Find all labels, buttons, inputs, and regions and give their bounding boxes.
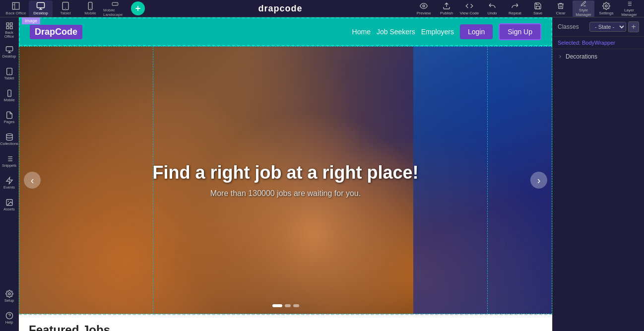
- back-office-label: Back Office: [6, 11, 26, 15]
- sidebar-item-mobile[interactable]: Mobile: [0, 85, 19, 107]
- carousel-next-button[interactable]: ›: [530, 172, 547, 189]
- sidebar-item-collections[interactable]: Collections: [0, 129, 19, 150]
- collections-label: Collections: [0, 142, 18, 146]
- featured-jobs-title: Featured Jobs: [29, 323, 542, 331]
- sidebar-item-pages[interactable]: Pages: [0, 107, 19, 129]
- classes-label: Classes: [558, 23, 579, 30]
- layer-manager-label: Layer Manager: [618, 8, 640, 17]
- device-tablet[interactable]: Tablet: [54, 0, 77, 17]
- app-title: drapcode: [258, 3, 302, 14]
- svg-point-4: [90, 8, 91, 9]
- sidebar-item-setup[interactable]: Setup: [0, 285, 19, 307]
- hero-section: ‹ Find a right job at a right place! Mor…: [19, 46, 552, 314]
- svg-point-21: [9, 73, 9, 73]
- clear-button[interactable]: Clear: [550, 0, 572, 17]
- save-button[interactable]: Save: [527, 0, 549, 17]
- right-panel: Classes - State - + Selected: BodyWrappe…: [552, 17, 644, 331]
- login-button[interactable]: Login: [460, 24, 493, 39]
- repeat-label: Repeat: [509, 11, 521, 15]
- sidebar-item-back-office[interactable]: Back Office: [0, 19, 19, 41]
- device-landscape[interactable]: Mobile Landscape: [103, 0, 127, 17]
- canvas-area[interactable]: DrapCode Image DrapCode Home Job Seekers…: [19, 17, 552, 331]
- carousel-prev-button[interactable]: ‹: [24, 172, 41, 189]
- sidebar-item-help[interactable]: Help: [0, 307, 19, 329]
- nav-link-employers[interactable]: Employers: [421, 28, 454, 36]
- sidebar-item-snippets[interactable]: Snippets: [0, 150, 19, 172]
- svg-marker-31: [6, 177, 12, 184]
- tablet-label: Tablet: [60, 11, 70, 15]
- carousel-dot-2[interactable]: [285, 304, 291, 307]
- toolbar-back-office[interactable]: Back Office: [4, 0, 28, 17]
- help-label: Help: [5, 321, 13, 325]
- selected-info: Selected: BodyWrapper: [553, 37, 644, 49]
- sidebar-item-tablet[interactable]: Tablet: [0, 63, 19, 85]
- settings-label: Settings: [599, 11, 614, 15]
- brand-container: DrapCode: [30, 25, 82, 39]
- selected-value: BodyWrapper: [582, 40, 615, 46]
- svg-rect-18: [10, 26, 12, 29]
- carousel-dot-1[interactable]: [272, 304, 282, 307]
- decorations-label: Decorations: [566, 53, 597, 60]
- sidebar-item-events[interactable]: Events: [0, 172, 19, 194]
- state-dropdown[interactable]: - State -: [589, 22, 626, 32]
- preview-navbar: DrapCode Image DrapCode Home Job Seekers…: [19, 17, 552, 46]
- decorations-item[interactable]: Decorations: [553, 49, 644, 64]
- selected-label: Selected:: [558, 40, 580, 46]
- svg-point-2: [65, 8, 66, 9]
- snippets-label: Snippets: [2, 164, 16, 168]
- state-controls: - State - +: [589, 21, 639, 32]
- svg-rect-0: [37, 2, 45, 8]
- save-label: Save: [533, 11, 542, 15]
- sidebar-item-desktop[interactable]: Desktop: [0, 41, 19, 63]
- image-label: Image: [22, 17, 40, 24]
- sidebar-item-assets[interactable]: Assets: [0, 194, 19, 216]
- hero-content: Find a right job at a right place! More …: [19, 46, 552, 314]
- nav-link-home[interactable]: Home: [352, 28, 371, 36]
- view-code-button[interactable]: View Code: [458, 0, 480, 17]
- events-label: Events: [3, 186, 15, 190]
- hero-subtitle: More than 130000 jobs are waiting for yo…: [210, 189, 361, 198]
- device-desktop[interactable]: Desktop: [29, 0, 53, 17]
- right-panel-header: Classes - State - +: [553, 17, 644, 37]
- website-preview: DrapCode Image DrapCode Home Job Seekers…: [19, 17, 552, 331]
- svg-point-23: [9, 95, 9, 95]
- clear-label: Clear: [556, 11, 565, 15]
- settings-button[interactable]: Settings: [595, 0, 617, 17]
- svg-point-33: [7, 201, 8, 202]
- undo-button[interactable]: Undo: [481, 0, 503, 17]
- preview-label: Preview: [417, 11, 431, 15]
- hero-title: Find a right job at a right place!: [152, 162, 418, 183]
- add-class-button[interactable]: +: [628, 21, 639, 32]
- mobile-label: Mobile: [84, 11, 96, 15]
- svg-point-6: [117, 3, 117, 4]
- nav-link-job-seekers[interactable]: Job Seekers: [377, 28, 415, 36]
- undo-label: Undo: [487, 11, 497, 15]
- publish-button[interactable]: Publish: [436, 0, 457, 17]
- desktop-sidebar-label: Desktop: [2, 55, 16, 59]
- carousel-dot-3[interactable]: [293, 304, 299, 307]
- repeat-button[interactable]: Repeat: [504, 0, 526, 17]
- desktop-label: Desktop: [33, 11, 48, 15]
- signup-button[interactable]: Sign Up: [499, 23, 541, 40]
- svg-point-24: [6, 133, 12, 135]
- svg-rect-19: [6, 47, 12, 51]
- top-toolbar: Back Office Desktop Tablet Mobile Mobile…: [0, 0, 644, 17]
- preview-button[interactable]: Preview: [413, 0, 435, 17]
- featured-section: Featured Jobs: [19, 314, 552, 331]
- style-manager-button[interactable]: Style Manager: [573, 0, 594, 17]
- layer-manager-button[interactable]: Layer Manager: [618, 0, 640, 17]
- style-manager-label: Style Manager: [573, 8, 594, 17]
- svg-rect-16: [10, 23, 12, 25]
- tablet-sidebar-label: Tablet: [4, 76, 14, 80]
- mobile-sidebar-label: Mobile: [3, 98, 14, 102]
- add-component-button[interactable]: [131, 1, 145, 15]
- publish-label: Publish: [440, 11, 453, 15]
- nav-links: Home Job Seekers Employers Login Sign Up: [352, 23, 541, 40]
- device-mobile[interactable]: Mobile: [78, 0, 102, 17]
- carousel-dots: [272, 304, 299, 307]
- toolbar-left: Back Office Desktop Tablet Mobile Mobile…: [4, 0, 148, 17]
- view-code-label: View Code: [460, 11, 479, 15]
- back-office-sidebar-label: Back Office: [1, 31, 18, 39]
- setup-label: Setup: [4, 299, 14, 303]
- svg-rect-20: [6, 68, 12, 74]
